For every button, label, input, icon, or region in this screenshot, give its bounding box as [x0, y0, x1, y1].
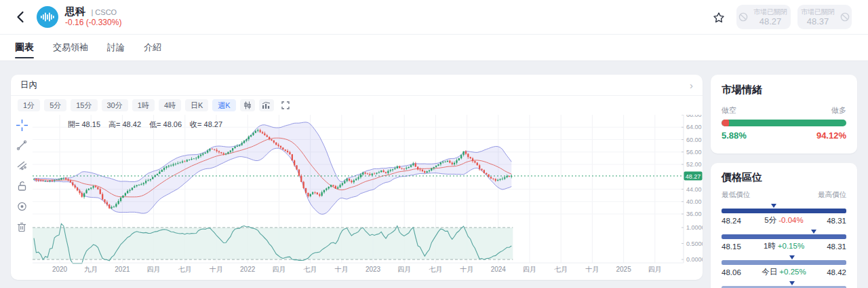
price-level-row-today: 48.06今日+0.25%48.42 [722, 255, 846, 277]
interval-1m[interactable]: 1分 [18, 99, 40, 111]
long-label: 做多 [831, 105, 846, 115]
buy-status: 市場已關閉 [797, 8, 838, 16]
price-levels-card: 價格區位 最低價位 最高價位 48.245分-0.04%48.3148.151時… [711, 163, 857, 288]
price-level-row-1h: 48.151時+0.15%48.31 [722, 229, 846, 251]
level-values: 48.245分-0.04%48.31 [722, 215, 846, 226]
interval-1d[interactable]: 日K [185, 99, 208, 111]
symbol-change: -0.16 (-0.330%) [65, 18, 121, 27]
period-change: 5分-0.04% [757, 215, 811, 226]
ohlc-item: 高= 48.42 [108, 120, 141, 128]
sentiment-short-segment [722, 120, 729, 126]
interval-5m[interactable]: 5分 [44, 99, 66, 111]
disabled-icon [840, 12, 850, 22]
marker-row [722, 255, 846, 260]
interval-4h[interactable]: 4時 [159, 99, 181, 111]
symbol-title: 思科 | CSCO [65, 5, 117, 18]
symbol-code: | CSCO [91, 8, 117, 16]
interval-15m[interactable]: 15分 [71, 99, 97, 111]
highest-label: 最高價位 [818, 190, 846, 200]
svg-text:四月: 四月 [397, 266, 411, 273]
buy-button[interactable]: 市場已關閉 48.37 [797, 5, 852, 29]
svg-text:0.0000: 0.0000 [686, 256, 703, 263]
indicators-icon [262, 101, 271, 109]
svg-text:2022: 2022 [240, 266, 256, 273]
market-sentiment-card: 市場情緒 做空 做多 5.88% 94.12% [711, 75, 857, 154]
symbol-name: 思科 [65, 5, 85, 17]
chart-card: 日內 › 1分5分15分30分1時4時日K週K 開= 48.15高= 48.42… [11, 75, 703, 280]
tab-leaders[interactable]: 交易領袖 [53, 35, 88, 60]
lowest-label: 最低價位 [722, 190, 750, 200]
interval-30m[interactable]: 30分 [102, 99, 128, 111]
marker-row [722, 203, 846, 209]
tab-discussion[interactable]: 討論 [107, 35, 125, 60]
favorite-star-icon[interactable] [712, 11, 726, 24]
svg-text:四月: 四月 [523, 266, 536, 273]
interval-1h[interactable]: 1時 [132, 99, 155, 111]
buy-price: 48.37 [797, 16, 838, 26]
svg-text:四月: 四月 [648, 266, 662, 273]
trendline-icon [16, 140, 27, 151]
chart-region: 開= 48.15高= 48.42低= 48.06收= 48.27 68.0064… [11, 115, 703, 278]
svg-text:2024: 2024 [491, 266, 507, 273]
sell-button[interactable]: 市場已關閉 48.27 [736, 5, 791, 29]
marker-triangle-icon [771, 204, 776, 208]
drawings-tool[interactable] [16, 160, 28, 172]
eye-tool[interactable] [16, 200, 28, 213]
low-value: 48.15 [722, 242, 757, 251]
marker-triangle-icon [789, 255, 795, 259]
marker-triangle-icon [811, 230, 816, 234]
svg-text:2020: 2020 [52, 266, 68, 273]
period-change: 今日+0.25% [757, 267, 811, 277]
svg-text:七月: 七月 [554, 266, 568, 273]
ohlc-item: 收= 48.27 [190, 120, 222, 128]
range-bar [722, 260, 846, 265]
marker-row [722, 229, 846, 234]
marker-row [722, 281, 846, 286]
sentiment-bar [722, 120, 846, 126]
sell-price: 48.27 [750, 16, 791, 26]
fullscreen-button[interactable] [278, 99, 293, 111]
svg-text:四月: 四月 [272, 266, 285, 273]
trash-tool[interactable] [16, 221, 28, 233]
cisco-logo [37, 6, 58, 28]
low-value: 48.24 [722, 217, 757, 225]
trendline-tool[interactable] [16, 139, 28, 151]
svg-text:2021: 2021 [115, 266, 130, 273]
chevron-right-icon[interactable]: › [690, 79, 693, 91]
high-value: 48.42 [811, 268, 846, 276]
svg-text:44.00: 44.00 [686, 186, 702, 193]
crosshair-tool[interactable] [16, 119, 28, 131]
sell-status: 市場已關閉 [750, 8, 791, 16]
tabs-bar: 圖表交易領袖討論介紹 [0, 35, 868, 61]
high-value: 48.31 [811, 217, 846, 225]
svg-text:十月: 十月 [585, 266, 599, 273]
svg-text:七月: 七月 [304, 266, 317, 273]
high-value: 48.31 [811, 242, 846, 251]
svg-text:56.00: 56.00 [686, 149, 702, 156]
svg-text:68.00: 68.00 [686, 115, 702, 118]
range-label: 日內 [20, 79, 690, 91]
svg-text:2025: 2025 [616, 266, 631, 273]
top-bar: 思科 | CSCO -0.16 (-0.330%) 市場已關閉 48.27 市場… [0, 0, 868, 34]
svg-text:40.00: 40.00 [686, 198, 702, 205]
period-label: 今日 [762, 268, 777, 276]
tab-intro[interactable]: 介紹 [144, 35, 161, 60]
trash-icon [17, 221, 26, 232]
svg-text:60.00: 60.00 [686, 137, 702, 143]
interval-1w[interactable]: 週K [212, 99, 235, 111]
price-level-row-5m: 48.245分-0.04%48.31 [722, 203, 846, 226]
indicators-button[interactable] [259, 99, 274, 111]
tab-chart[interactable]: 圖表 [15, 35, 34, 60]
price-level-rows: 48.245分-0.04%48.3148.151時+0.15%48.3148.0… [722, 203, 846, 288]
svg-text:十月: 十月 [460, 266, 474, 273]
back-chevron-icon [14, 10, 28, 24]
svg-text:1.0000: 1.0000 [686, 224, 703, 231]
back-button[interactable] [14, 10, 28, 24]
disabled-icon [738, 12, 749, 22]
candlestick-chart[interactable]: 68.0064.0060.0056.0052.0044.0040.0036.00… [33, 115, 703, 275]
lock-tool[interactable] [16, 180, 28, 192]
svg-text:52.00: 52.00 [686, 161, 702, 168]
candlestick-button[interactable] [240, 99, 255, 111]
range-bar [722, 234, 846, 239]
app-screen: 思科 | CSCO -0.16 (-0.330%) 市場已關閉 48.27 市場… [0, 0, 868, 288]
